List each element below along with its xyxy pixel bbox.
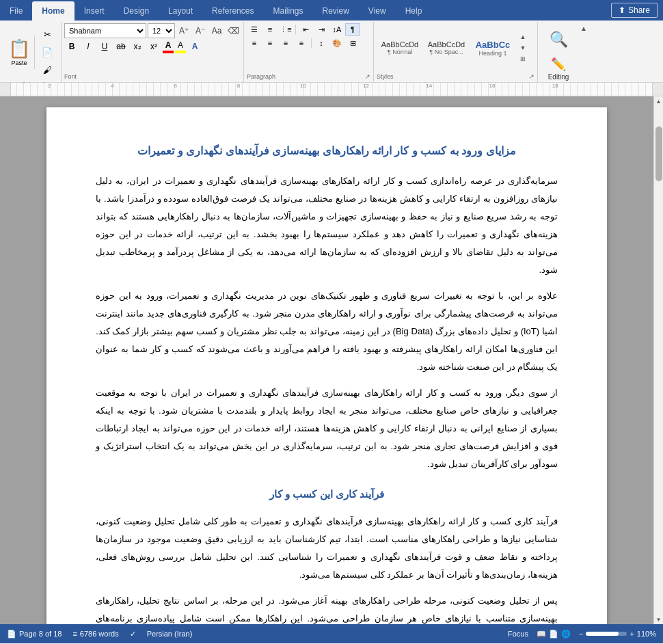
font-group: Shabnam 12 A⁺ A⁻ Aa ⌫ B I U ab x₂ [62, 22, 244, 82]
styles-scroll-down[interactable]: ▼ [517, 42, 528, 53]
align-center-button[interactable]: ≡ [262, 37, 278, 49]
paragraph-dialog-launcher[interactable]: ↗ [365, 73, 370, 80]
subscript-button[interactable]: x₂ [130, 40, 145, 53]
collapse-ribbon-button[interactable]: ▲ [579, 25, 588, 32]
align-right-button[interactable]: ≡ [278, 37, 293, 49]
text-effects-button[interactable]: A [187, 40, 202, 53]
font-color-button[interactable]: A [163, 40, 174, 53]
borders-button[interactable]: ⊞ [345, 37, 360, 49]
decrease-indent-button[interactable]: ⇤ [298, 23, 313, 36]
scroll-thumb[interactable] [655, 126, 662, 181]
change-case-button[interactable]: Aa [209, 23, 224, 38]
style-heading1[interactable]: AaBbCc Heading 1 [470, 30, 516, 66]
paragraph-4: فرآیند کاری کسب و کار ارائه راهکارهای به… [96, 513, 558, 584]
status-right: Focus 📖 📄 🌐 − + 110% [508, 630, 656, 639]
paste-label: Paste [11, 59, 27, 66]
styles-container: AaBbCcDd ¶ Normal AaBbCcDd ¶ No Spac... … [377, 30, 516, 66]
bold-button[interactable]: B [64, 40, 79, 53]
web-layout-icon[interactable]: 🌐 [561, 630, 571, 639]
tab-view[interactable]: View [359, 1, 396, 21]
zoom-in-button[interactable]: + [630, 630, 634, 638]
scroll-up-button[interactable]: ▲ [654, 96, 664, 106]
styles-expand[interactable]: ⊞ [517, 53, 528, 64]
sort-button[interactable]: ↕A [329, 23, 344, 36]
tab-mailings[interactable]: Mailings [263, 1, 312, 21]
zoom-slider[interactable] [586, 632, 627, 636]
tab-bar: File Home Insert Design Layout Reference… [0, 0, 600, 21]
editing-label: Editing [548, 73, 569, 81]
zoom-out-button[interactable]: − [579, 630, 583, 638]
font-size-select[interactable]: 12 [148, 23, 175, 38]
paste-button[interactable]: 📋 Paste [4, 36, 35, 69]
style-h1-preview: AaBbCc [476, 40, 511, 50]
focus-text: Focus [508, 630, 528, 638]
search-button[interactable]: 🔍 [546, 23, 571, 55]
clipboard-small-btns: ✂ 📄 🖌 [36, 23, 58, 81]
line-spacing-button[interactable]: ↕ [314, 37, 329, 49]
share-label: Share [628, 5, 650, 15]
bullets-button[interactable]: ☰ [247, 23, 262, 36]
clear-formatting-button[interactable]: ⌫ [226, 23, 241, 38]
tab-references[interactable]: References [202, 1, 263, 21]
tab-review[interactable]: Review [312, 1, 358, 21]
cut-button[interactable]: ✂ [39, 26, 55, 42]
highlight-color-button[interactable]: A [175, 40, 186, 53]
styles-label: Styles ↗ [377, 72, 535, 81]
page-info[interactable]: 📄 Page 8 of 18 [7, 630, 62, 639]
styles-dialog-launcher[interactable]: ↗ [529, 73, 535, 80]
zoom-control[interactable]: − + 110% [579, 630, 656, 638]
focus-button[interactable]: Focus [508, 630, 528, 638]
section-title-1: فرآیند کاری این کسب و کار [96, 484, 558, 505]
share-icon: ⬆ [619, 5, 625, 15]
tab-design[interactable]: Design [114, 1, 159, 21]
proofing-status[interactable]: ✓ [130, 630, 136, 639]
read-mode-icon[interactable]: 📖 [537, 630, 546, 639]
styles-group: AaBbCcDd ¶ Normal AaBbCcDd ¶ No Spac... … [374, 22, 538, 82]
main-area: مزایای ورود به کسب و کار ارائه راهکارهای… [0, 96, 663, 624]
top-bar: File Home Insert Design Layout Reference… [0, 0, 663, 21]
style-normal-preview: AaBbCcDd [381, 40, 418, 49]
increase-indent-button[interactable]: ⇥ [314, 23, 329, 36]
paragraph-1: سرمایه‌گذاری در عرصه راه‌اندازی کسب و کا… [96, 172, 558, 279]
language-status[interactable]: Persian (Iran) [147, 630, 193, 638]
show-hide-button[interactable]: ¶ [345, 23, 360, 36]
word-count[interactable]: ≡ 6786 words [72, 630, 118, 638]
paragraph-controls: ☰ ≡ ⋮≡ ⇤ ⇥ ↕A ¶ ≡ ≡ ≡ ≡ ↕ 🎨 [247, 23, 370, 72]
zoom-level: 110% [637, 630, 656, 638]
print-layout-icon[interactable]: 📄 [549, 630, 558, 639]
styles-scroll-up[interactable]: ▲ [517, 31, 528, 42]
word-count-text: 6786 words [80, 630, 119, 638]
justify-button[interactable]: ≡ [294, 37, 309, 49]
tab-file[interactable]: File [0, 1, 32, 21]
style-no-spacing[interactable]: AaBbCcDd ¶ No Spac... [423, 30, 470, 66]
align-left-button[interactable]: ≡ [247, 37, 262, 49]
tab-layout[interactable]: Layout [159, 1, 202, 21]
style-normal[interactable]: AaBbCcDd ¶ Normal [377, 30, 423, 66]
view-icons: 📖 📄 🌐 [537, 630, 571, 639]
multilevel-list-button[interactable]: ⋮≡ [278, 23, 293, 36]
format-painter-button[interactable]: 🖌 [39, 62, 55, 78]
share-button[interactable]: ⬆ Share [611, 3, 658, 18]
underline-button[interactable]: U [97, 40, 112, 53]
style-nospace-name: ¶ No Spac... [429, 49, 463, 55]
superscript-button[interactable]: x² [146, 40, 161, 53]
tab-help[interactable]: Help [396, 1, 432, 21]
paragraph-group: ☰ ≡ ⋮≡ ⇤ ⇥ ↕A ¶ ≡ ≡ ≡ ≡ ↕ 🎨 [244, 22, 374, 82]
search-icon: 🔍 [550, 31, 568, 49]
font-shrink-button[interactable]: A⁻ [193, 23, 208, 38]
styles-controls: AaBbCcDd ¶ Normal AaBbCcDd ¶ No Spac... … [377, 23, 535, 72]
proofing-icon: ✓ [130, 630, 136, 639]
font-grow-button[interactable]: A⁺ [176, 23, 191, 38]
numbering-button[interactable]: ≡ [262, 23, 278, 36]
shading-button[interactable]: 🎨 [329, 37, 344, 49]
tab-insert[interactable]: Insert [75, 1, 114, 21]
italic-button[interactable]: I [81, 40, 96, 53]
scroll-down-button[interactable]: ▼ [654, 615, 664, 624]
clipboard-btns: 📋 Paste ✂ 📄 🖌 [4, 23, 58, 81]
document-body[interactable]: سرمایه‌گذاری در عرصه راه‌اندازی کسب و کا… [96, 172, 558, 624]
tab-home[interactable]: Home [32, 1, 74, 21]
font-name-select[interactable]: Shabnam [64, 23, 146, 38]
ribbon-toolbar: 📋 Paste ✂ 📄 🖌 Clipboard Shabnam [0, 21, 663, 82]
copy-button[interactable]: 📄 [39, 44, 55, 60]
strikethrough-button[interactable]: ab [113, 40, 128, 53]
